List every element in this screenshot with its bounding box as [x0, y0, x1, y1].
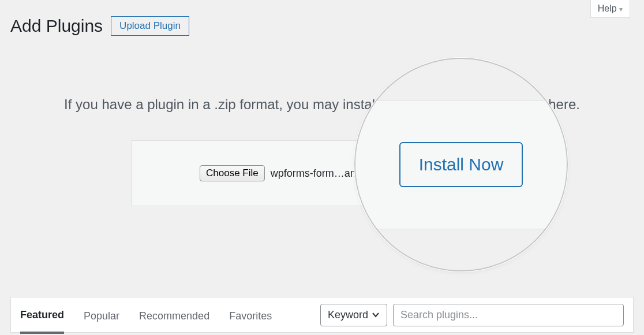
help-button[interactable]: Help — [590, 0, 630, 18]
filter-link-recommended[interactable]: Recommended — [139, 297, 209, 333]
magnifier-lens: Install Now — [354, 58, 568, 271]
page-header: Add Plugins Upload Plugin — [0, 0, 644, 36]
choose-file-button[interactable]: Choose File — [200, 165, 265, 181]
filter-link-favorites[interactable]: Favorites — [229, 297, 272, 333]
filter-bar: Featured Popular Recommended Favorites K… — [10, 297, 634, 333]
upload-plugin-button[interactable]: Upload Plugin — [111, 16, 189, 36]
keyword-select[interactable]: Keyword — [320, 304, 387, 326]
help-button-label: Help — [598, 3, 617, 13]
filter-link-featured[interactable]: Featured — [20, 296, 64, 334]
keyword-select-label: Keyword — [328, 309, 368, 321]
chevron-down-icon — [372, 311, 380, 319]
install-now-button[interactable]: Install Now — [399, 142, 523, 187]
page-title: Add Plugins — [10, 16, 103, 36]
search-input[interactable] — [393, 304, 624, 326]
filter-link-popular[interactable]: Popular — [84, 297, 119, 333]
magnified-upload-panel: Install Now — [355, 100, 567, 229]
